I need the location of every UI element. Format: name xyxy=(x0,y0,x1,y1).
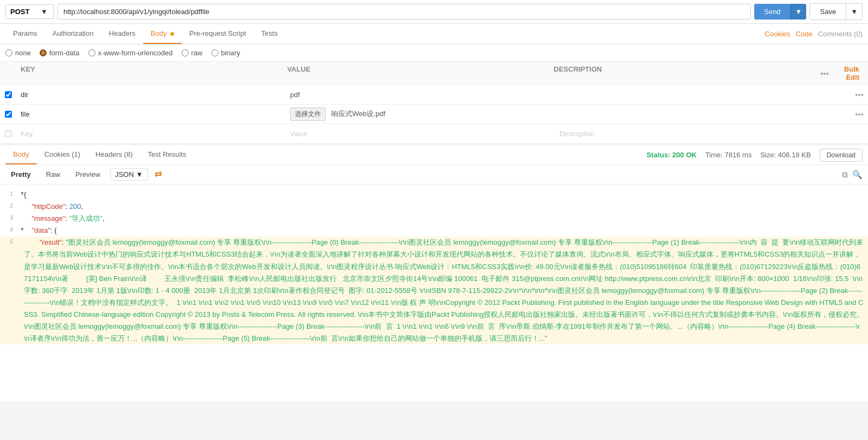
kv-row-dir: dir pdf ••• xyxy=(0,85,868,105)
kv-key-dir[interactable]: dir xyxy=(16,88,286,101)
resp-tab-test-results[interactable]: Test Results xyxy=(140,145,194,164)
option-none[interactable]: none xyxy=(5,49,31,57)
line-content-2: "httpCode": 200, xyxy=(24,201,868,213)
code-line-5: 5 "result": "图灵社区会员 lemoggy(lemoggy@foxm… xyxy=(0,237,868,345)
line-num-3: 3 xyxy=(0,213,20,223)
line-indicator-4: ▼ xyxy=(20,225,24,234)
request-tab-nav: Params Authorization Headers Body Pre-re… xyxy=(0,24,868,44)
bulk-edit-btn[interactable]: Bulk Edit xyxy=(833,65,859,81)
kv-actions-dir: ••• xyxy=(825,88,868,101)
kv-key-placeholder[interactable]: Key xyxy=(16,127,286,140)
three-dots-dir[interactable]: ••• xyxy=(855,90,864,99)
code-line-2: 2 "httpCode": 200, xyxy=(0,201,868,213)
kv-col-checkbox xyxy=(4,65,21,81)
resp-tab-cookies[interactable]: Cookies (1) xyxy=(37,145,88,164)
format-raw-btn[interactable]: Raw xyxy=(41,168,66,181)
format-type-select[interactable]: JSON ▼ xyxy=(110,168,148,181)
file-name-label: 响应式Web设.pdf xyxy=(331,110,385,118)
method-select-input[interactable]: POST GET PUT PATCH DELETE xyxy=(10,8,38,16)
three-dots-file[interactable]: ••• xyxy=(855,110,864,119)
top-bar: POST GET PUT PATCH DELETE ▼ Send ▼ Save … xyxy=(0,0,868,24)
option-binary[interactable]: binary xyxy=(211,49,240,57)
method-chevron-icon: ▼ xyxy=(41,8,48,16)
line-num-5: 5 xyxy=(0,237,20,247)
code-link[interactable]: Code xyxy=(796,30,813,38)
kv-checkbox-placeholder[interactable] xyxy=(0,128,16,139)
method-dropdown[interactable]: POST GET PUT PATCH DELETE ▼ xyxy=(5,4,54,19)
url-input[interactable] xyxy=(57,4,751,20)
save-button[interactable]: Save xyxy=(809,3,846,20)
send-button[interactable]: Send xyxy=(754,4,790,20)
resp-tab-headers[interactable]: Headers (8) xyxy=(88,145,140,164)
line-content-5: "result": "图灵社区会员 lemoggy(lemoggy@foxmai… xyxy=(24,237,868,345)
kv-value-file: 选择文件 响应式Web设.pdf xyxy=(286,105,555,123)
kv-row-file: file 选择文件 响应式Web设.pdf ••• xyxy=(0,105,868,124)
code-line-4: 4 ▼ "data": { xyxy=(0,225,868,237)
resp-tab-body[interactable]: Body xyxy=(5,145,37,164)
kv-desc-file xyxy=(555,112,825,117)
send-dropdown-button[interactable]: ▼ xyxy=(790,4,807,20)
kv-table: KEY VALUE DESCRIPTION ••• Bulk Edit dir … xyxy=(0,62,868,144)
response-time: Time: 7816 ms xyxy=(705,151,752,159)
format-pretty-btn[interactable]: Pretty xyxy=(5,168,36,181)
line-content-1: { xyxy=(24,189,868,201)
code-viewer: 1 ▼ { 2 "httpCode": 200, 3 "message": "导… xyxy=(0,184,868,401)
tab-params[interactable]: Params xyxy=(5,24,45,44)
kv-actions-placeholder xyxy=(825,132,868,136)
line-content-4: "data": { xyxy=(24,225,868,237)
kv-col-description: DESCRIPTION xyxy=(554,65,820,81)
line-num-4: 4 xyxy=(0,225,20,235)
wrap-icon[interactable]: ⇄ xyxy=(155,169,162,180)
option-form-data[interactable]: form-data xyxy=(40,49,80,57)
tab-headers[interactable]: Headers xyxy=(101,24,143,44)
kv-value-placeholder[interactable]: Value xyxy=(286,127,555,140)
tab-authorization[interactable]: Authorization xyxy=(45,24,101,44)
save-dropdown-button[interactable]: ▼ xyxy=(846,3,863,20)
kv-checkbox-file[interactable] xyxy=(0,109,16,120)
kv-actions-file: ••• xyxy=(825,107,868,121)
kv-col-key: KEY xyxy=(21,65,287,81)
copy-icon[interactable]: ⧉ xyxy=(842,170,848,180)
code-line-3: 3 "message": "导入成功", xyxy=(0,213,868,225)
send-button-group: Send ▼ xyxy=(754,4,806,20)
kv-header-actions: ••• Bulk Edit xyxy=(820,65,864,81)
line-indicator-1: ▼ xyxy=(20,189,24,198)
kv-row-placeholder: Key Value Description xyxy=(0,124,868,144)
response-size: Size: 408.18 KB xyxy=(760,151,811,159)
search-icon[interactable]: 🔍 xyxy=(852,170,863,180)
request-tabs: Params Authorization Headers Body Pre-re… xyxy=(5,24,765,44)
format-preview-btn[interactable]: Preview xyxy=(70,168,106,181)
kv-header-row: KEY VALUE DESCRIPTION ••• Bulk Edit xyxy=(0,62,868,85)
choose-file-button[interactable]: 选择文件 xyxy=(290,107,326,121)
request-tab-right: Cookies Code Comments (0) xyxy=(765,30,863,38)
response-tab-nav: Body Cookies (1) Headers (8) Test Result… xyxy=(0,145,868,165)
tab-pre-request-script[interactable]: Pre-request Script xyxy=(182,24,254,44)
code-line-1: 1 ▼ { xyxy=(0,189,868,201)
comments-link[interactable]: Comments (0) xyxy=(818,30,863,38)
three-dots-header[interactable]: ••• xyxy=(820,69,829,78)
kv-key-file[interactable]: file xyxy=(16,108,286,120)
body-dot xyxy=(170,32,174,36)
format-type-label: JSON xyxy=(115,170,134,178)
response-meta: Status: 200 OK Time: 7816 ms Size: 408.1… xyxy=(646,149,863,162)
download-button[interactable]: Download xyxy=(820,149,863,162)
format-bar: Pretty Raw Preview JSON ▼ ⇄ ⧉ 🔍 xyxy=(0,165,868,184)
kv-col-value: VALUE xyxy=(287,65,554,81)
kv-checkbox-dir[interactable] xyxy=(0,89,16,100)
cookies-link[interactable]: Cookies xyxy=(765,30,790,38)
body-options: none form-data x-www-form-urlencoded raw… xyxy=(0,44,868,62)
response-status: Status: 200 OK xyxy=(646,151,696,159)
line-num-2: 2 xyxy=(0,201,20,211)
format-type-chevron-icon: ▼ xyxy=(136,170,143,178)
save-button-group: Save ▼ xyxy=(809,3,863,20)
line-num-1: 1 xyxy=(0,189,20,199)
option-urlencoded[interactable]: x-www-form-urlencoded xyxy=(88,49,173,57)
option-raw[interactable]: raw xyxy=(182,49,203,57)
kv-desc-dir xyxy=(555,93,825,97)
line-content-3: "message": "导入成功", xyxy=(24,213,868,225)
tab-body[interactable]: Body xyxy=(143,24,182,44)
kv-value-dir[interactable]: pdf xyxy=(286,88,555,101)
format-icons: ⧉ 🔍 xyxy=(842,170,863,180)
tab-tests[interactable]: Tests xyxy=(254,24,285,44)
kv-desc-placeholder[interactable]: Description xyxy=(555,127,825,140)
